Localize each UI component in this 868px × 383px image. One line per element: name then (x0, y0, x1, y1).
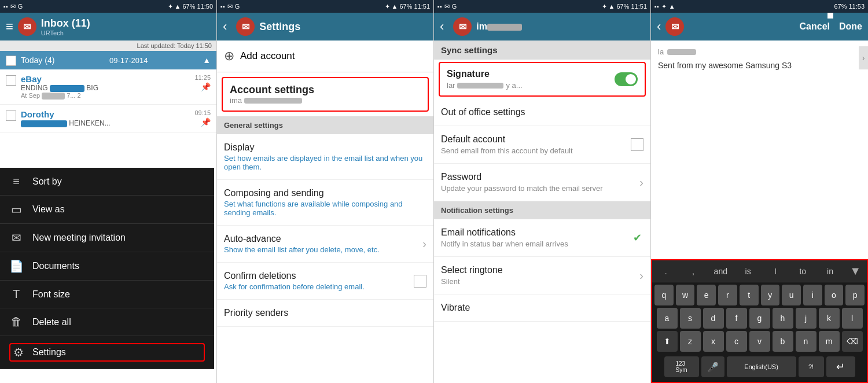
signature-toggle[interactable] (615, 72, 638, 86)
key-mic[interactable]: 🎤 (701, 356, 724, 377)
key-i[interactable]: i (803, 285, 822, 305)
display-item[interactable]: Display Set how emails are displayed in … (217, 134, 433, 180)
suggestion-to[interactable]: to (795, 267, 811, 276)
account-settings-sub: ima (230, 96, 242, 105)
select-ringtone-subtitle: Silent (441, 277, 503, 286)
key-x[interactable]: x (703, 331, 724, 352)
key-language[interactable]: English(US) (727, 356, 796, 377)
menu-font-size[interactable]: T Font size (0, 281, 214, 308)
default-account-item[interactable]: Default account Send email from this acc… (434, 126, 650, 164)
compose-content: la Sent from my awesome Samsung S3 (651, 40, 868, 259)
key-a[interactable]: a (657, 308, 678, 329)
ringtone-arrow: › (639, 269, 643, 282)
key-backspace[interactable]: ⌫ (842, 331, 863, 352)
menu-settings[interactable]: ⚙ Settings (0, 336, 214, 369)
key-enter[interactable]: ↵ (826, 356, 855, 377)
suggestions-dropdown[interactable]: ▼ (849, 264, 861, 278)
back-button-p3[interactable]: ‹ (440, 19, 444, 34)
key-z[interactable]: z (680, 331, 701, 352)
menu-documents[interactable]: 📄 Documents (0, 252, 214, 281)
key-t[interactable]: t (740, 285, 759, 305)
email-notifications-item[interactable]: Email notifications Notify in status bar… (434, 219, 650, 257)
composing-item[interactable]: Composing and sending Set what functions… (217, 180, 433, 226)
password-item[interactable]: Password Update your password to match t… (434, 164, 650, 201)
key-n[interactable]: n (796, 331, 816, 352)
account-settings-item[interactable]: Account settings ima (222, 77, 429, 112)
key-s[interactable]: s (680, 308, 701, 329)
status-right-panel1: ✦ ▲ 67% 11:50 (168, 3, 213, 10)
key-h[interactable]: h (773, 308, 793, 329)
back-button-p4[interactable]: ‹ (657, 19, 661, 34)
key-v[interactable]: v (749, 331, 770, 352)
battery-icon: 67% (182, 3, 195, 10)
key-m[interactable]: m (819, 331, 840, 352)
menu-view-as[interactable]: ▭ View as (0, 196, 214, 224)
hamburger-icon[interactable]: ≡ (6, 19, 13, 34)
today-checkbox[interactable] (6, 56, 16, 66)
key-q[interactable]: q (654, 285, 674, 305)
priority-senders-item[interactable]: Priority senders (217, 300, 433, 327)
suggestion-is[interactable]: is (740, 267, 756, 276)
menu-sort-by[interactable]: ≡ Sort by (0, 168, 214, 196)
key-u[interactable]: u (782, 285, 801, 305)
back-button-p2[interactable]: ‹ (223, 19, 227, 34)
key-special[interactable]: ?! (799, 356, 824, 377)
email-sender-1: eBay (21, 74, 190, 84)
key-shift[interactable]: ⬆ (657, 331, 678, 352)
inbox-subtitle: URTech (41, 30, 90, 36)
confirm-deletions-item[interactable]: Confirm deletions Ask for confirmation b… (217, 263, 433, 300)
menu-new-meeting[interactable]: ✉ New meeting invitation (0, 224, 214, 252)
key-w[interactable]: w (676, 285, 695, 305)
email-item-1[interactable]: eBay ENDING BIG At Sep 7... 2 11:25 📌 (0, 69, 216, 105)
battery-p2: 67% (399, 3, 412, 10)
signature-item[interactable]: Signature lar y a... (439, 62, 646, 97)
email-notifications-title: Email notifications (441, 227, 568, 238)
key-o[interactable]: o (825, 285, 844, 305)
account-settings-title: Account settings (230, 84, 421, 96)
key-r[interactable]: r (718, 285, 737, 305)
expand-sidebar-button[interactable]: › (859, 46, 868, 69)
new-meeting-label: New meeting invitation (32, 233, 126, 243)
key-b[interactable]: b (773, 331, 793, 352)
key-g[interactable]: g (749, 308, 770, 329)
meeting-icon: ✉ (9, 231, 23, 245)
key-k[interactable]: k (819, 308, 840, 329)
key-e[interactable]: e (697, 285, 716, 305)
key-l[interactable]: l (842, 308, 863, 329)
key-y[interactable]: y (761, 285, 780, 305)
today-label: Today (4) (21, 56, 54, 65)
gmail-icon-p2: ✉ (227, 3, 233, 10)
key-f[interactable]: f (726, 308, 747, 329)
suggestion-I[interactable]: I (767, 267, 783, 276)
cancel-button[interactable]: Cancel (800, 21, 830, 32)
pin-icon-1: 📌 (201, 82, 211, 91)
gmail-icon-panel1: ✉ (18, 17, 36, 36)
email-checkbox-1[interactable] (6, 75, 16, 86)
auto-advance-item[interactable]: Auto-advance Show the email list after y… (217, 226, 433, 263)
suggestion-and[interactable]: and (713, 267, 729, 276)
key-123[interactable]: 123Sym (664, 356, 699, 377)
email-item-2[interactable]: Dorothy HEINEKEN... 09:15 📌 (0, 105, 216, 132)
vibrate-item[interactable]: Vibrate (434, 294, 650, 322)
key-d[interactable]: d (703, 308, 724, 329)
suggestion-in[interactable]: in (822, 267, 838, 276)
suggestion-comma[interactable]: , (685, 267, 701, 276)
email-notifications-checkbox[interactable]: ✔ (631, 231, 643, 244)
email-checkbox-2[interactable] (6, 111, 16, 121)
compose-body-text: Sent from my awesome Samsung S3 (658, 60, 861, 72)
key-j[interactable]: j (796, 308, 816, 329)
key-c[interactable]: c (726, 331, 747, 352)
add-account-item[interactable]: ⊕ Add account (217, 40, 433, 72)
done-button[interactable]: Done (839, 21, 862, 32)
select-ringtone-item[interactable]: Select ringtone Silent › (434, 257, 650, 294)
sync-account-name: im (476, 21, 522, 32)
battery-p4: 67% (834, 3, 847, 10)
key-p[interactable]: p (845, 285, 865, 305)
out-of-office-item[interactable]: Out of office settings (434, 99, 650, 126)
default-account-checkbox[interactable] (631, 138, 643, 151)
today-row: Today (4) 09-17-2014 ▲ (0, 51, 216, 69)
confirm-deletions-checkbox[interactable] (414, 275, 426, 288)
suggestion-period[interactable]: . (658, 267, 674, 276)
keyboard-suggestions-bar: . , and is I to in ▼ (652, 260, 867, 282)
menu-delete-all[interactable]: 🗑 Delete all (0, 308, 214, 336)
